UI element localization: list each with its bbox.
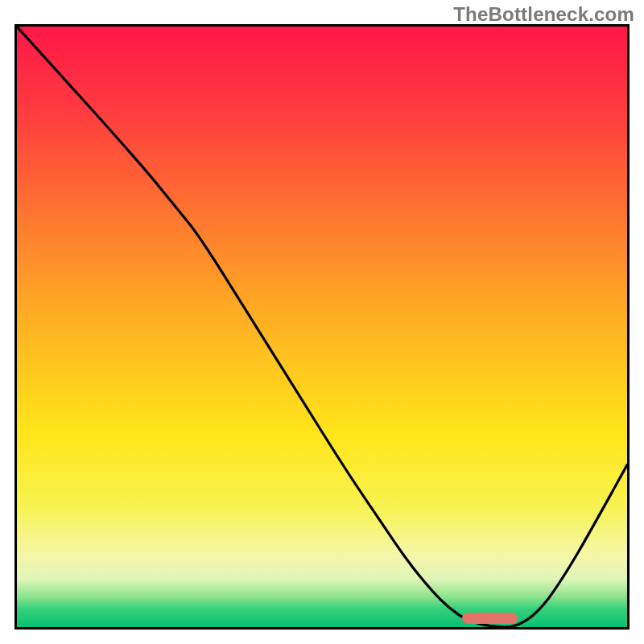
chart-stage: TheBottleneck.com (0, 0, 644, 644)
watermark-text: TheBottleneck.com (453, 3, 634, 26)
optimum-marker (462, 613, 517, 624)
bottleneck-curve (17, 27, 627, 627)
bottleneck-curve-path (17, 27, 627, 627)
plot-frame (14, 24, 630, 630)
